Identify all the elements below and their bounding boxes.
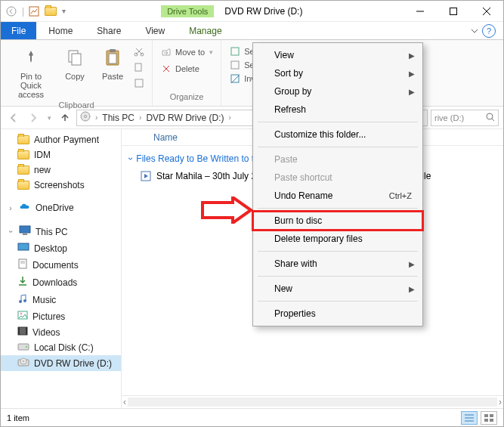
- expander-icon[interactable]: ›: [7, 228, 15, 236]
- expander-icon[interactable]: ›: [7, 204, 14, 212]
- svg-rect-45: [490, 414, 493, 417]
- nav-folder[interactable]: Screenshots: [1, 178, 121, 193]
- horizontal-scrollbar[interactable]: ‹ ›: [122, 395, 503, 408]
- svg-point-0: [7, 7, 16, 16]
- menu-separator: [258, 147, 418, 147]
- nav-forward-button[interactable]: [25, 110, 42, 126]
- delete-icon: [160, 63, 172, 74]
- tab-manage[interactable]: Manage: [177, 22, 233, 39]
- folder-icon: [17, 166, 29, 175]
- new-folder-icon[interactable]: [44, 5, 57, 18]
- nav-documents[interactable]: Documents: [1, 256, 121, 274]
- drive-tools-contextual-tab[interactable]: Drive Tools: [161, 5, 214, 17]
- status-bar: 1 item: [1, 408, 503, 426]
- svg-point-28: [19, 300, 22, 303]
- search-icon[interactable]: [486, 113, 495, 123]
- qat-sep: |: [22, 6, 24, 17]
- details-view-button[interactable]: [461, 411, 478, 425]
- music-icon: [17, 293, 28, 306]
- ctx-view[interactable]: View▶: [253, 46, 422, 64]
- submenu-arrow-icon: ▶: [409, 285, 415, 293]
- help-icon[interactable]: ?: [482, 24, 496, 38]
- copy-path-icon[interactable]: [134, 62, 144, 75]
- chevron-down-icon: ›: [125, 157, 136, 160]
- crumb-thispc[interactable]: This PC: [102, 113, 135, 123]
- ctx-delete-temp[interactable]: Delete temporary files: [253, 230, 422, 248]
- ctx-new[interactable]: New▶: [253, 280, 422, 298]
- nav-pictures[interactable]: Pictures: [1, 308, 121, 324]
- select-none-icon: [229, 60, 241, 70]
- nav-downloads[interactable]: Downloads: [1, 274, 121, 291]
- svg-rect-7: [72, 54, 81, 65]
- ctx-customize[interactable]: Customize this folder...: [253, 125, 422, 144]
- cut-icon[interactable]: [134, 46, 144, 59]
- paste-shortcut-icon[interactable]: [134, 78, 144, 91]
- menu-separator: [258, 208, 418, 209]
- back-history-icon[interactable]: [5, 5, 17, 17]
- chevron-right-icon[interactable]: ›: [94, 113, 99, 122]
- large-icons-view-button[interactable]: [481, 411, 497, 425]
- ribbon-group-clipboard: Pin to Quick access Copy Paste Clipboard: [1, 40, 153, 106]
- svg-rect-23: [23, 234, 27, 235]
- nav-localdisk[interactable]: Local Disk (C:): [1, 340, 121, 355]
- ctx-share-with[interactable]: Share with▶: [253, 255, 422, 273]
- svg-rect-13: [135, 63, 141, 71]
- ctx-burn-to-disc[interactable]: Burn to disc: [253, 212, 422, 230]
- ctx-refresh[interactable]: Refresh: [253, 101, 422, 119]
- pin-quick-access-button[interactable]: Pin to Quick access: [8, 43, 54, 101]
- paste-button[interactable]: Paste: [96, 43, 129, 82]
- search-box[interactable]: rive (D:): [431, 110, 499, 126]
- crumb-drive[interactable]: DVD RW Drive (D:): [146, 113, 224, 123]
- svg-rect-10: [110, 49, 116, 52]
- ribbon-collapse[interactable]: ?: [462, 24, 503, 38]
- context-menu: View▶ Sort by▶ Group by▶ Refresh Customi…: [252, 42, 423, 326]
- nav-dvddrive[interactable]: DVD RW Drive (D:): [1, 355, 121, 371]
- svg-point-29: [23, 299, 26, 302]
- ctx-sortby[interactable]: Sort by▶: [253, 64, 422, 82]
- pin-icon: [22, 45, 40, 70]
- nav-folder[interactable]: IDM: [1, 147, 121, 162]
- navigation-pane[interactable]: Author Payment IDM new Screenshots ›OneD…: [1, 129, 122, 408]
- nav-back-button[interactable]: [5, 110, 22, 126]
- tab-file[interactable]: File: [1, 22, 36, 39]
- close-button[interactable]: [470, 1, 503, 22]
- ctx-properties[interactable]: Properties: [253, 305, 422, 323]
- nav-videos[interactable]: Videos: [1, 324, 121, 340]
- qat-dropdown-icon[interactable]: ▾: [62, 7, 66, 15]
- nav-up-button[interactable]: [57, 110, 73, 126]
- svg-rect-17: [231, 75, 239, 82]
- window-buttons: [404, 1, 503, 22]
- svg-rect-24: [18, 243, 29, 250]
- window-title: DVD RW Drive (D:): [224, 6, 404, 17]
- copy-icon: [66, 45, 83, 70]
- tab-share[interactable]: Share: [85, 22, 133, 39]
- ctx-groupby[interactable]: Group by▶: [253, 82, 422, 101]
- ctx-undo-rename[interactable]: Undo RenameCtrl+Z: [253, 187, 422, 205]
- scroll-right-icon[interactable]: ›: [499, 397, 502, 407]
- svg-line-21: [492, 119, 494, 121]
- properties-icon[interactable]: [29, 6, 39, 17]
- menu-separator: [258, 276, 418, 277]
- svg-point-39: [23, 360, 24, 362]
- nav-thispc[interactable]: ›This PC: [1, 223, 121, 240]
- tab-home[interactable]: Home: [36, 22, 85, 39]
- svg-rect-22: [20, 226, 30, 233]
- nav-folder[interactable]: Author Payment: [1, 132, 121, 147]
- move-to-button[interactable]: Move to▾: [160, 46, 213, 58]
- submenu-arrow-icon: ▶: [409, 70, 415, 78]
- chevron-right-icon[interactable]: ›: [138, 113, 143, 122]
- copy-button[interactable]: Copy: [58, 43, 91, 82]
- menu-separator: [258, 122, 418, 122]
- maximize-button[interactable]: [437, 1, 470, 22]
- minimize-button[interactable]: [404, 1, 437, 22]
- tab-view[interactable]: View: [133, 22, 177, 39]
- nav-music[interactable]: Music: [1, 291, 121, 308]
- svg-rect-3: [450, 8, 457, 14]
- nav-onedrive[interactable]: ›OneDrive: [1, 200, 121, 215]
- nav-history-dropdown[interactable]: ▾: [45, 110, 54, 126]
- nav-folder[interactable]: new: [1, 162, 121, 178]
- chevron-right-icon[interactable]: ›: [227, 113, 232, 122]
- delete-button[interactable]: Delete: [160, 63, 199, 75]
- nav-desktop[interactable]: Desktop: [1, 240, 121, 256]
- scroll-left-icon[interactable]: ‹: [123, 397, 126, 407]
